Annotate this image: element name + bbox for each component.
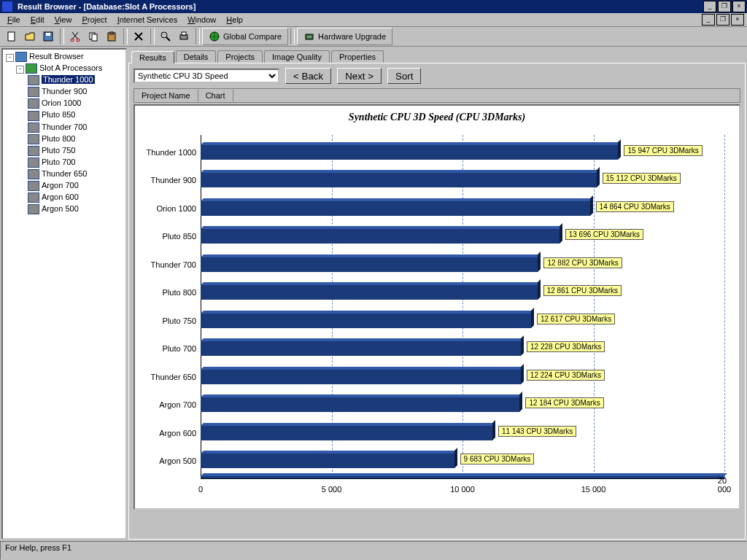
sort-button[interactable]: Sort	[387, 68, 421, 84]
paste-button[interactable]	[103, 28, 120, 45]
title-bar: Result Browser - [Database:Slot A Proces…	[0, 0, 747, 13]
bar-value-label: 12 224 CPU 3DMarks	[527, 370, 605, 381]
tree-item[interactable]: Argon 500	[3, 203, 125, 215]
tree-database[interactable]: -Slot A Processors	[3, 63, 125, 74]
svg-rect-11	[182, 32, 186, 35]
open-button[interactable]	[21, 28, 39, 45]
bar	[201, 426, 492, 440]
svg-point-9	[161, 32, 167, 38]
save-button[interactable]	[39, 28, 57, 45]
hardware-upgrade-button[interactable]: Hardware Upgrade	[297, 28, 392, 45]
tree-root[interactable]: -Result Browser	[3, 51, 125, 63]
bar-value-label: 11 143 CPU 3DMarks	[498, 426, 576, 437]
doc-minimize-button[interactable]: _	[702, 14, 715, 26]
svg-rect-14	[307, 36, 311, 38]
tree-item[interactable]: Thunder 650	[3, 168, 125, 180]
header-chart[interactable]: Chart	[198, 90, 233, 101]
close-button[interactable]: ×	[732, 1, 746, 12]
bar-category-label: Argon 700	[136, 400, 196, 409]
bar	[201, 397, 519, 412]
menu-file[interactable]: File	[3, 15, 25, 24]
menu-help[interactable]: Help	[222, 15, 247, 24]
bar	[201, 341, 521, 356]
hardware-upgrade-label: Hardware Upgrade	[318, 32, 386, 41]
right-pane: Results Details Projects Image Quality P…	[128, 48, 746, 540]
tab-results[interactable]: Results	[131, 51, 174, 63]
project-icon	[28, 146, 39, 156]
tab-projects[interactable]: Projects	[217, 50, 263, 63]
tree-item[interactable]: Thunder 1000	[3, 74, 125, 86]
menu-bar: File Edit View Project Internet Services…	[0, 13, 747, 27]
bar-row: Orion 100014 864 CPU 3DMarks	[201, 198, 724, 226]
bar-value-label: 14 864 CPU 3DMarks	[596, 201, 674, 212]
tree-item[interactable]: Pluto 700	[3, 157, 125, 168]
tree-item[interactable]: Argon 700	[3, 180, 125, 192]
cut-button[interactable]	[66, 28, 84, 45]
copy-button[interactable]	[85, 28, 102, 45]
delete-button[interactable]	[130, 28, 147, 45]
tree-item[interactable]: Thunder 900	[3, 86, 125, 98]
metric-select[interactable]: Synthetic CPU 3D Speed	[133, 69, 279, 83]
tree-item[interactable]: Pluto 750	[3, 145, 125, 157]
back-button[interactable]: < Back	[285, 68, 331, 84]
bar-category-label: Pluto 750	[136, 316, 196, 325]
bar-row: Thunder 90015 112 CPU 3DMarks	[201, 170, 724, 198]
tab-strip: Results Details Projects Image Quality P…	[128, 48, 746, 63]
bar	[201, 285, 538, 300]
chart: Synthetic CPU 3D Speed (CPU 3DMarks) Thu…	[133, 104, 740, 510]
menu-internet-services[interactable]: Internet Services	[113, 15, 182, 24]
tab-details[interactable]: Details	[176, 50, 217, 63]
menu-edit[interactable]: Edit	[26, 15, 49, 24]
bar-category-label: Argon 600	[136, 429, 196, 438]
new-button[interactable]	[3, 28, 20, 45]
doc-close-button[interactable]: ×	[731, 14, 744, 26]
project-icon	[28, 111, 39, 121]
menu-window[interactable]: Window	[183, 15, 220, 24]
global-compare-button[interactable]: Global Compare	[202, 28, 288, 45]
tab-image-quality[interactable]: Image Quality	[264, 50, 330, 63]
minimize-button[interactable]: _	[703, 1, 716, 12]
find-button[interactable]	[157, 28, 174, 45]
tree-item[interactable]: Argon 600	[3, 192, 125, 203]
tree-item[interactable]: Orion 1000	[3, 98, 125, 109]
bar	[201, 314, 531, 328]
project-icon	[28, 158, 39, 168]
doc-maximize-button[interactable]: ❐	[716, 14, 729, 26]
bar-row: Pluto 75012 617 CPU 3DMarks	[201, 311, 724, 338]
bar	[201, 454, 454, 468]
bar-value-label: 12 184 CPU 3DMarks	[525, 397, 603, 408]
menu-project[interactable]: Project	[77, 15, 111, 24]
svg-rect-6	[92, 34, 97, 41]
header-project-name[interactable]: Project Name	[134, 90, 198, 101]
tab-properties[interactable]: Properties	[331, 50, 384, 63]
tree-view[interactable]: -Result Browser -Slot A Processors Thund…	[1, 48, 127, 540]
maximize-button[interactable]: ❐	[718, 1, 731, 12]
bar-value-label: 13 696 CPU 3DMarks	[565, 229, 643, 240]
project-icon	[28, 98, 39, 109]
menu-view[interactable]: View	[50, 15, 77, 24]
bar-category-label: Argon 500	[136, 456, 196, 465]
x-tick-label: 15 000	[581, 485, 606, 494]
tree-item[interactable]: Pluto 850	[3, 109, 125, 121]
bar-row: Pluto 85013 696 CPU 3DMarks	[201, 226, 724, 254]
bar-category-label: Thunder 700	[136, 260, 196, 269]
bar-value-label: 15 112 CPU 3DMarks	[603, 173, 681, 184]
project-icon	[28, 75, 39, 85]
bar-value-label: 12 228 CPU 3DMarks	[527, 341, 605, 352]
browser-icon	[15, 52, 27, 62]
bar-category-label: Thunder 1000	[136, 148, 196, 157]
bar-category-label: Pluto 700	[136, 344, 196, 353]
project-icon	[28, 204, 39, 214]
bar	[201, 370, 521, 384]
tree-item[interactable]: Thunder 700	[3, 122, 125, 133]
x-tick-label: 5 000	[322, 485, 342, 494]
tree-item[interactable]: Pluto 800	[3, 133, 125, 145]
project-icon	[28, 122, 39, 133]
print-button[interactable]	[175, 28, 193, 45]
bar-category-label: Pluto 800	[136, 288, 196, 297]
column-headers: Project Name Chart	[133, 88, 740, 103]
bar-row: Thunder 70012 882 CPU 3DMarks	[201, 254, 724, 282]
next-button[interactable]: Next >	[337, 68, 382, 84]
project-icon	[28, 192, 39, 203]
bar-category-label: Thunder 650	[136, 373, 196, 381]
